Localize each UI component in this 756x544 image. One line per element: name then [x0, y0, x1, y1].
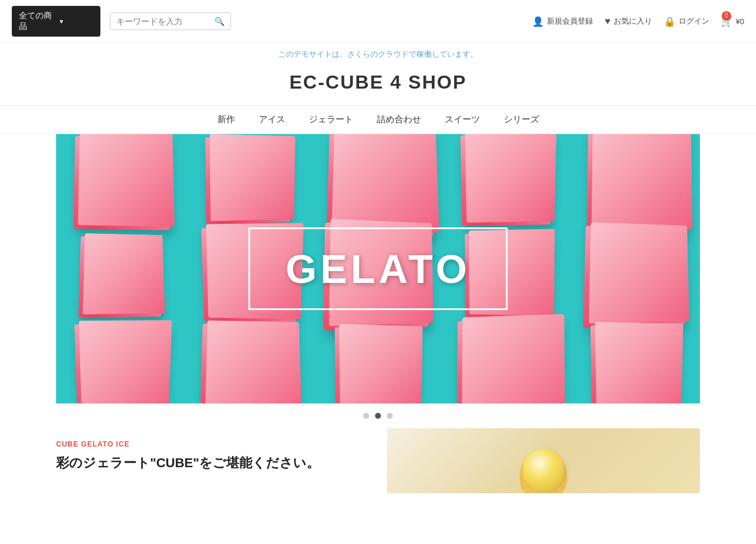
- register-label: 新規会員登録: [547, 16, 593, 27]
- bottom-left-content: CUBE GELATO ICE 彩のジェラート"CUBE"をご堪能ください。: [56, 428, 369, 493]
- user-icon: 👤: [532, 16, 544, 27]
- gelato-cube: [571, 134, 700, 229]
- gelato-cube: [56, 323, 185, 403]
- search-icon[interactable]: 🔍: [214, 17, 224, 26]
- cart-nav-item[interactable]: 🛒 0 ¥0: [721, 16, 744, 27]
- demo-banner-text: このデモサイトは、さくらのクラウドで稼働しています。: [278, 50, 478, 58]
- gelato-cube: [442, 134, 571, 229]
- chevron-down-icon: ▼: [58, 18, 93, 25]
- search-input[interactable]: [116, 17, 211, 26]
- favorites-nav-item[interactable]: ♥ お気に入り: [605, 16, 652, 27]
- gelato-cube: [56, 229, 185, 323]
- ice-cream-scoop: [523, 449, 564, 490]
- nav-item-sweets[interactable]: スイーツ: [445, 114, 480, 125]
- gelato-cube: [571, 229, 700, 323]
- hero-text-box: GELATO: [248, 227, 507, 310]
- register-nav-item[interactable]: 👤 新規会員登録: [532, 16, 593, 27]
- hero-banner: GELATO: [56, 134, 700, 403]
- gelato-cube: [56, 134, 185, 229]
- section-heading: 彩のジェラート"CUBE"をご堪能ください。: [56, 453, 369, 473]
- hero-title: GELATO: [285, 246, 470, 291]
- carousel-dot-3[interactable]: [387, 413, 393, 419]
- cart-price: ¥0: [736, 17, 744, 26]
- nav-item-new[interactable]: 新作: [217, 114, 235, 125]
- category-select[interactable]: 全ての商品 ▼: [12, 6, 100, 37]
- header-nav: 👤 新規会員登録 ♥ お気に入り 🔒 ログイン 🛒 0 ¥0: [532, 16, 744, 27]
- hero-inner: GELATO: [56, 134, 700, 403]
- category-select-label: 全ての商品: [19, 11, 54, 32]
- carousel-dot-1[interactable]: [363, 413, 369, 419]
- bottom-section: CUBE GELATO ICE 彩のジェラート"CUBE"をご堪能ください。: [56, 428, 700, 505]
- nav-item-series[interactable]: シリーズ: [504, 114, 539, 125]
- gelato-cube: [314, 134, 442, 229]
- nav-item-assorted[interactable]: 詰め合わせ: [377, 114, 421, 125]
- gelato-cube: [314, 323, 442, 403]
- carousel-dot-2[interactable]: [375, 413, 381, 419]
- gelato-cube: [185, 323, 314, 403]
- carousel-dots: [0, 403, 756, 428]
- nav-item-ice[interactable]: アイス: [259, 114, 285, 125]
- bottom-right-image: [387, 428, 700, 493]
- search-box: 🔍: [110, 12, 231, 30]
- login-nav-item[interactable]: 🔒 ログイン: [664, 16, 709, 27]
- nav-item-gelato[interactable]: ジェラート: [309, 114, 353, 125]
- product-image: [387, 428, 700, 493]
- gelato-cube: [442, 323, 571, 403]
- login-label: ログイン: [679, 16, 709, 27]
- favorites-label: お気に入り: [614, 16, 652, 27]
- gelato-cube: [571, 323, 700, 403]
- heart-icon: ♥: [605, 16, 611, 27]
- site-title: EC-CUBE 4 SHOP: [0, 71, 756, 93]
- site-title-area: EC-CUBE 4 SHOP: [0, 66, 756, 105]
- cart-badge: 0: [722, 11, 731, 21]
- main-nav: 新作 アイス ジェラート 詰め合わせ スイーツ シリーズ: [0, 105, 756, 134]
- section-tag: CUBE GELATO ICE: [56, 440, 369, 448]
- site-header: 全ての商品 ▼ 🔍 👤 新規会員登録 ♥ お気に入り 🔒 ログイン 🛒 0 ¥0: [0, 0, 756, 43]
- lock-icon: 🔒: [664, 16, 676, 27]
- demo-banner: このデモサイトは、さくらのクラウドで稼働しています。: [0, 43, 756, 66]
- gelato-cube: [185, 134, 314, 229]
